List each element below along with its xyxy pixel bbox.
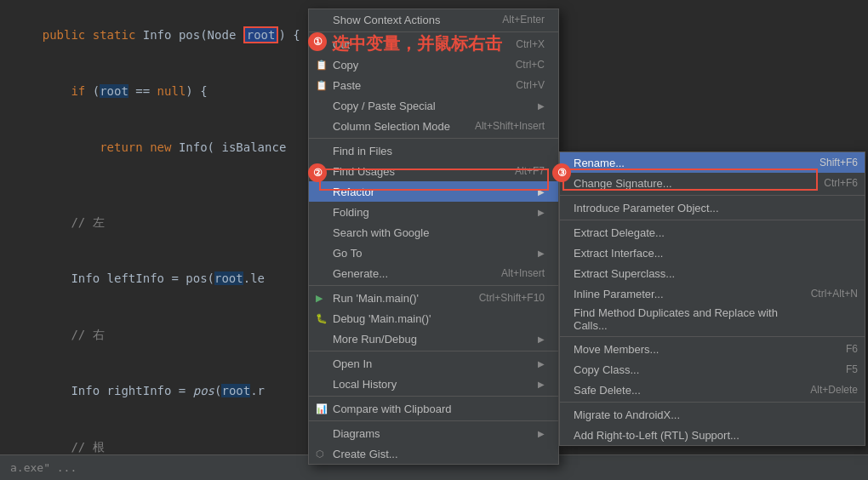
submenu-divider-3: [560, 336, 865, 337]
submenu-item-label: Extract Superclass...: [574, 267, 675, 280]
menu-compare-clipboard[interactable]: 📊 Compare with Clipboard: [309, 398, 558, 419]
submenu-rtl-support[interactable]: Add Right-to-Left (RTL) Support...: [560, 425, 865, 445]
submenu-migrate-androidx[interactable]: Migrate to AndroidX...: [560, 404, 865, 425]
menu-diagrams[interactable]: Diagrams ▶: [309, 423, 558, 443]
submenu-copy-class[interactable]: Copy Class... F5: [560, 359, 865, 380]
menu-copy[interactable]: 📋 Copy Ctrl+C: [309, 54, 558, 75]
annotation-3: ③: [552, 163, 571, 182]
menu-item-label: Paste: [333, 79, 361, 92]
submenu-item-shortcut: F6: [846, 343, 858, 355]
menu-copy-paste-special[interactable]: Copy / Paste Special ▶: [309, 95, 558, 116]
submenu-rename[interactable]: Rename... Shift+F6: [560, 152, 865, 173]
menu-create-gist[interactable]: ⬡ Create Gist...: [309, 443, 558, 464]
submenu-arrow: ▶: [538, 359, 545, 369]
paste-icon: 📋: [316, 80, 328, 91]
refactor-submenu: Rename... Shift+F6 Change Signature... C…: [559, 151, 865, 446]
submenu-item-shortcut: Shift+F6: [819, 157, 858, 169]
menu-item-label: Search with Google: [333, 226, 429, 239]
menu-generate[interactable]: Generate... Alt+Insert: [309, 263, 558, 283]
menu-local-history[interactable]: Local History ▶: [309, 374, 558, 394]
copy-icon: 📋: [316, 60, 328, 71]
menu-item-shortcut: Alt+Shift+Insert: [475, 120, 545, 132]
submenu-item-shortcut: F5: [846, 363, 858, 375]
menu-open-in[interactable]: Open In ▶: [309, 353, 558, 374]
menu-debug[interactable]: 🐛 Debug 'Main.main()': [309, 308, 558, 329]
menu-item-shortcut: Alt+F7: [515, 165, 545, 177]
submenu-arrow: ▶: [538, 101, 545, 111]
menu-divider-6: [309, 420, 558, 421]
submenu-divider-2: [560, 220, 865, 220]
menu-show-context-actions[interactable]: Show Context Actions Alt+Enter: [309, 9, 558, 30]
menu-divider-4: [309, 351, 558, 351]
submenu-item-shortcut: Alt+Delete: [810, 384, 858, 396]
menu-item-label: Compare with Clipboard: [333, 403, 451, 415]
submenu-arrow: ▶: [538, 249, 545, 258]
submenu-item-label: Move Members...: [574, 343, 659, 356]
submenu-arrow: ▶: [538, 334, 545, 344]
menu-more-run-debug[interactable]: More Run/Debug ▶: [309, 329, 558, 349]
submenu-item-label: Rename...: [574, 157, 625, 169]
menu-item-label: Local History: [333, 378, 397, 391]
submenu-arrow: ▶: [538, 429, 545, 438]
menu-paste[interactable]: 📋 Paste Ctrl+V: [309, 75, 558, 95]
menu-find-usages[interactable]: Find Usages Alt+F7: [309, 161, 558, 181]
menu-search-google[interactable]: Search with Google: [309, 222, 558, 243]
submenu-item-shortcut: Ctrl+F6: [824, 177, 858, 189]
submenu-extract-interface[interactable]: Extract Interface...: [560, 243, 865, 263]
menu-folding[interactable]: Folding ▶: [309, 202, 558, 222]
menu-item-label: Diagrams: [333, 427, 380, 440]
menu-item-label: Create Gist...: [333, 448, 398, 460]
submenu-item-label: Extract Delegate...: [574, 226, 665, 239]
menu-item-label: Run 'Main.main()': [333, 292, 419, 305]
submenu-inline-param[interactable]: Inline Parameter... Ctrl+Alt+N: [560, 283, 865, 304]
menu-item-label: Show Context Actions: [333, 14, 440, 26]
submenu-item-label: Extract Interface...: [574, 247, 664, 260]
submenu-extract-delegate[interactable]: Extract Delegate...: [560, 222, 865, 243]
menu-item-shortcut: Ctrl+C: [516, 59, 545, 71]
submenu-item-shortcut: Ctrl+Alt+N: [811, 288, 858, 300]
menu-find-in-files[interactable]: Find in Files: [309, 140, 558, 161]
menu-item-label: Go To: [333, 247, 362, 260]
submenu-item-label: Migrate to AndroidX...: [574, 409, 680, 421]
menu-item-shortcut: Ctrl+Shift+F10: [479, 292, 545, 304]
gist-icon: ⬡: [316, 449, 324, 460]
context-menu: Show Context Actions Alt+Enter ✂ Cut Ctr…: [308, 9, 559, 465]
submenu-item-label: Change Signature...: [574, 177, 672, 190]
menu-item-shortcut: Alt+Insert: [501, 267, 545, 279]
menu-item-label: Open In: [333, 357, 372, 370]
submenu-item-label: Safe Delete...: [574, 384, 641, 397]
menu-divider-5: [309, 396, 558, 397]
menu-item-shortcut: Alt+Enter: [502, 14, 545, 26]
menu-item-shortcut: Ctrl+X: [516, 38, 545, 50]
submenu-introduce-param[interactable]: Introduce Parameter Object...: [560, 197, 865, 218]
menu-divider-2: [309, 138, 558, 139]
submenu-move-members[interactable]: Move Members... F6: [560, 339, 865, 359]
submenu-extract-superclass[interactable]: Extract Superclass...: [560, 263, 865, 283]
menu-divider-3: [309, 285, 558, 286]
menu-goto[interactable]: Go To ▶: [309, 243, 558, 263]
menu-item-label: Generate...: [333, 267, 388, 280]
menu-refactor[interactable]: Refactor ▶: [309, 181, 558, 202]
menu-column-selection[interactable]: Column Selection Mode Alt+Shift+Insert: [309, 116, 558, 136]
bottom-bar-text: a.exe" ...: [10, 461, 77, 474]
menu-run[interactable]: ▶ Run 'Main.main()' Ctrl+Shift+F10: [309, 288, 558, 308]
menu-item-label: Copy / Paste Special: [333, 100, 436, 112]
debug-icon: 🐛: [316, 313, 328, 324]
submenu-arrow: ▶: [538, 187, 545, 197]
submenu-item-label: Inline Parameter...: [574, 288, 664, 300]
menu-item-label: Folding: [333, 206, 369, 219]
compare-icon: 📊: [316, 403, 328, 414]
submenu-safe-delete[interactable]: Safe Delete... Alt+Delete: [560, 380, 865, 400]
submenu-divider-4: [560, 402, 865, 403]
submenu-find-duplicates[interactable]: Find Method Duplicates and Replace with …: [560, 304, 865, 334]
annotation-2: ②: [308, 163, 327, 182]
submenu-item-label: Introduce Parameter Object...: [574, 202, 719, 214]
menu-item-label: Debug 'Main.main()': [333, 312, 431, 325]
menu-item-label: Find in Files: [333, 145, 392, 157]
submenu-change-signature[interactable]: Change Signature... Ctrl+F6: [560, 173, 865, 193]
submenu-arrow: ▶: [538, 380, 545, 389]
submenu-arrow: ▶: [538, 208, 545, 217]
annotation-1: ①: [308, 32, 327, 51]
submenu-divider-1: [560, 195, 865, 196]
menu-item-label: Find Usages: [333, 165, 395, 178]
